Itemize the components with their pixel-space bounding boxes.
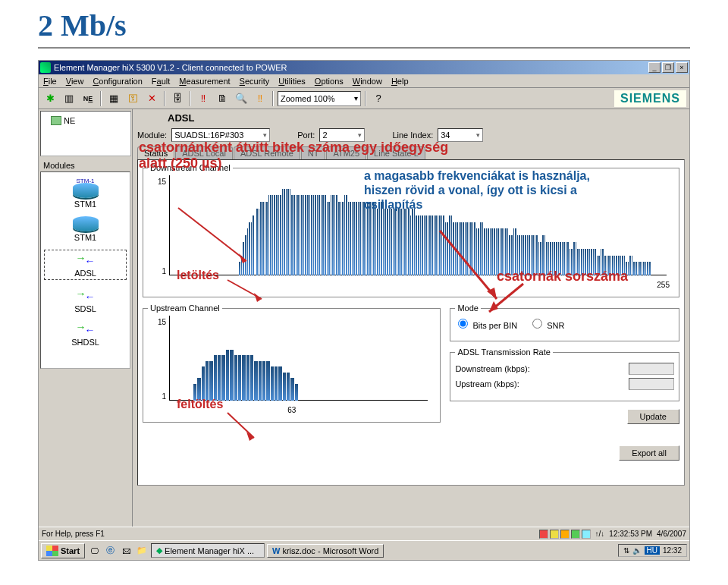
ql-desktop-icon[interactable]: 🖵: [87, 544, 101, 558]
radio-bits[interactable]: Bits per BIN: [458, 319, 517, 330]
rate-legend: ADSL Transmission Rate: [455, 348, 552, 357]
status-arrows: ↑/↓: [595, 530, 605, 538]
task-elementmgr[interactable]: ◆Element Manager hiX ...: [151, 543, 265, 558]
module-adsl[interactable]: ADSL: [44, 250, 127, 280]
rate-up-value: [629, 378, 674, 390]
tree-icon[interactable]: ✱: [42, 90, 58, 107]
menu-security[interactable]: Security: [240, 77, 270, 86]
menu-window[interactable]: Window: [353, 77, 382, 86]
lineidx-label: Line Index:: [392, 131, 433, 140]
lineidx-dropdown[interactable]: 34: [438, 128, 483, 142]
rate-up-label: Upstream (kbps):: [455, 379, 519, 388]
tree-node-ne[interactable]: NE: [51, 116, 128, 125]
module-stm1-1[interactable]: STM-1 STM1: [44, 183, 127, 209]
app-icon: [40, 62, 51, 73]
rate-down-value: [629, 363, 674, 375]
brand-logo: SIEMENS: [614, 90, 686, 107]
menu-utilities[interactable]: Utilities: [278, 77, 305, 86]
rate-down-label: Downstream (kbps):: [455, 364, 529, 373]
radio-snr[interactable]: SNR: [532, 319, 564, 330]
tray-vol-icon[interactable]: 🔈: [632, 546, 642, 555]
lang-indicator[interactable]: HU: [645, 546, 660, 555]
slide-title: 2 Mb/s: [0, 0, 728, 47]
tray-net-icon[interactable]: ⇅: [623, 546, 629, 555]
svg-line-0: [178, 208, 246, 261]
tabs-row: Status ADSL Local ADSL Remote NT ATM25 L…: [137, 146, 685, 159]
port-label: Port:: [297, 131, 315, 140]
modules-list: STM-1 STM1 STM1 ADSL SDSL SHDSL: [40, 171, 130, 369]
modules-label: Modules: [43, 161, 130, 170]
taskbar: Start 🖵 ⓔ 🖂 📁 ◆Element Manager hiX ... W…: [39, 540, 689, 560]
ql-explorer-icon[interactable]: 📁: [135, 544, 149, 558]
module-stm1-2[interactable]: STM1: [44, 216, 127, 242]
menu-view[interactable]: View: [66, 77, 84, 86]
start-button[interactable]: Start: [41, 543, 85, 558]
menu-config[interactable]: Configuration: [93, 77, 142, 86]
tab-nt[interactable]: NT: [301, 146, 326, 159]
update-button[interactable]: Update: [627, 409, 679, 424]
status-date: 4/6/2007: [657, 530, 686, 538]
screenshot-window: Element Manager hiX 5300 V1.2 - Client c…: [38, 60, 690, 561]
module-label: Module:: [137, 131, 167, 140]
upstream-legend: Upstream Channel: [148, 304, 222, 313]
window-title: Element Manager hiX 5300 V1.2 - Client c…: [54, 63, 648, 72]
alert-orange-icon[interactable]: ‼: [252, 90, 268, 107]
downstream-legend: Downstream Channel: [148, 163, 233, 172]
minimize-button[interactable]: _: [648, 62, 661, 73]
app-statusbar: For Help, press F1 ↑/↓ 12:32:53 PM 4/6/2…: [39, 527, 689, 540]
search-icon[interactable]: 🔍: [233, 90, 249, 107]
systray[interactable]: ⇅ 🔈 HU 12:32: [618, 544, 687, 557]
status-text: For Help, press F1: [42, 530, 105, 538]
task-word[interactable]: Wkrisz.doc - Microsoft Word: [267, 544, 384, 558]
port-dropdown[interactable]: 2: [319, 128, 365, 142]
upstream-chart: 15 1 63: [148, 316, 435, 414]
arrow-3: [224, 276, 269, 307]
titlebar: Element Manager hiX 5300 V1.2 - Client c…: [39, 61, 689, 74]
upstream-group: Upstream Channel 15 1 63: [143, 304, 441, 423]
menu-file[interactable]: File: [43, 77, 57, 86]
zoom-combo[interactable]: Zoomed 100%: [278, 91, 361, 106]
toolbar: ✱ ▥ NE ▦ ⚿ ✕ 🗄 ‼ 🗎 🔍 ‼ Zoomed 100% ? SIE…: [39, 88, 689, 109]
menu-options[interactable]: Options: [315, 77, 344, 86]
key-icon[interactable]: ⚿: [124, 90, 141, 107]
svg-marker-1: [239, 253, 246, 263]
section-label: ADSL: [168, 112, 685, 124]
tray-clock: 12:32: [663, 546, 682, 555]
svg-marker-5: [254, 293, 262, 302]
x-icon[interactable]: ✕: [143, 90, 160, 107]
ne-node-icon: [51, 116, 61, 125]
module-dropdown[interactable]: SUADSL:16P#303: [171, 128, 270, 142]
menu-measurement[interactable]: Measurement: [179, 77, 230, 86]
sheet-icon[interactable]: ▥: [61, 90, 77, 107]
chip-icon[interactable]: ▦: [105, 90, 122, 107]
db-icon[interactable]: 🗄: [169, 90, 186, 107]
menu-fault[interactable]: Fault: [152, 77, 170, 86]
ql-outlook-icon[interactable]: 🖂: [119, 544, 133, 558]
ne-icon[interactable]: NE: [80, 90, 96, 107]
arrow-1: [171, 200, 262, 269]
tree-pane[interactable]: NE: [40, 111, 131, 156]
module-shdsl[interactable]: SHDSL: [44, 321, 127, 347]
rate-group: ADSL Transmission Rate Downstream (kbps)…: [450, 348, 679, 401]
menu-help[interactable]: Help: [391, 77, 409, 86]
title-divider: [38, 47, 690, 49]
tab-adsl-local[interactable]: ADSL Local: [175, 146, 233, 159]
maximize-button[interactable]: ❐: [662, 62, 674, 73]
status-led-red: [539, 530, 548, 539]
module-sdsl[interactable]: SDSL: [44, 288, 127, 313]
status-time: 12:32:53 PM: [609, 530, 652, 538]
tab-adsl-remote[interactable]: ADSL Remote: [234, 146, 300, 159]
doc-icon[interactable]: 🗎: [214, 90, 231, 107]
tab-atm25[interactable]: ATM25: [326, 146, 366, 159]
ql-ie-icon[interactable]: ⓔ: [103, 544, 117, 558]
help-icon[interactable]: ?: [370, 90, 387, 107]
tab-linestate[interactable]: Line State L: [367, 146, 425, 159]
alert-red-icon[interactable]: ‼: [195, 90, 212, 107]
status-led-green: [571, 530, 580, 539]
close-button[interactable]: ×: [676, 62, 688, 73]
export-button[interactable]: Export all: [619, 445, 679, 461]
status-led-orange: [560, 530, 570, 539]
windows-flag-icon: [46, 546, 58, 556]
tab-status[interactable]: Status: [137, 146, 174, 159]
status-led-cyan: [582, 530, 591, 539]
